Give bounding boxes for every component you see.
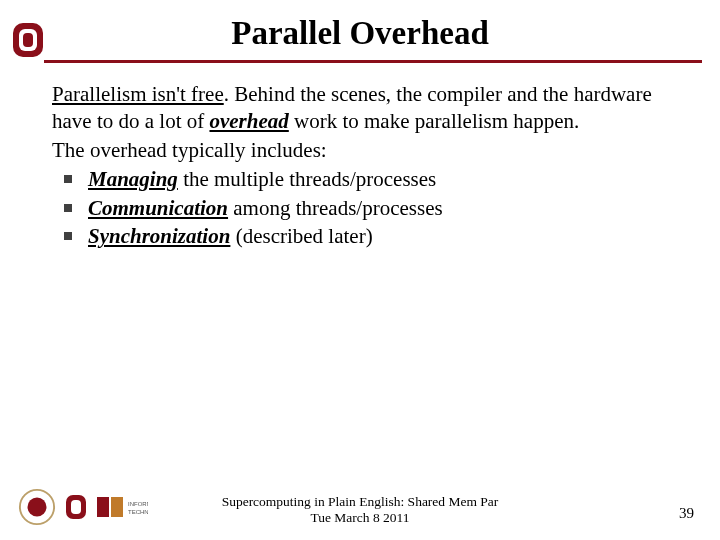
svg-rect-6 [71, 500, 81, 514]
title-area: Parallel Overhead [0, 0, 720, 63]
ou-logo-icon [10, 18, 46, 62]
bullet-list: Managing the multiple threads/processes … [52, 166, 668, 251]
overhead-term: overhead [209, 109, 288, 133]
bullet-term: Synchronization [88, 224, 230, 248]
slide-number: 39 [679, 505, 694, 522]
footer: INFORMATION TECHNOLOGY Supercomputing in… [0, 494, 720, 526]
svg-rect-7 [97, 497, 109, 517]
svg-text:TECHNOLOGY: TECHNOLOGY [128, 509, 148, 515]
svg-text:INFORMATION: INFORMATION [128, 501, 148, 507]
list-item: Communication among threads/processes [60, 195, 668, 222]
paragraph-1: Parallelism isn't free. Behind the scene… [52, 81, 668, 135]
svg-point-4 [28, 498, 47, 517]
list-item: Synchronization (described later) [60, 223, 668, 250]
list-item: Managing the multiple threads/processes [60, 166, 668, 193]
bullet-rest: (described later) [230, 224, 372, 248]
oscer-logo-icon [18, 488, 56, 526]
bullet-term: Communication [88, 196, 228, 220]
ou-small-logo-icon [64, 492, 88, 522]
lead-phrase: Parallelism isn't free [52, 82, 224, 106]
slide: Parallel Overhead Parallelism isn't free… [0, 0, 720, 540]
svg-rect-2 [23, 33, 33, 47]
bullet-rest: among threads/processes [228, 196, 443, 220]
paragraph-2: The overhead typically includes: [52, 137, 668, 164]
bullet-term: Managing [88, 167, 178, 191]
footer-logos: INFORMATION TECHNOLOGY [18, 488, 148, 526]
body-text: Parallelism isn't free. Behind the scene… [0, 63, 720, 250]
svg-rect-8 [111, 497, 123, 517]
slide-title: Parallel Overhead [0, 15, 720, 52]
it-logo-icon: INFORMATION TECHNOLOGY [96, 493, 148, 521]
p1-text-b: work to make parallelism happen. [289, 109, 579, 133]
bullet-rest: the multiple threads/processes [178, 167, 436, 191]
